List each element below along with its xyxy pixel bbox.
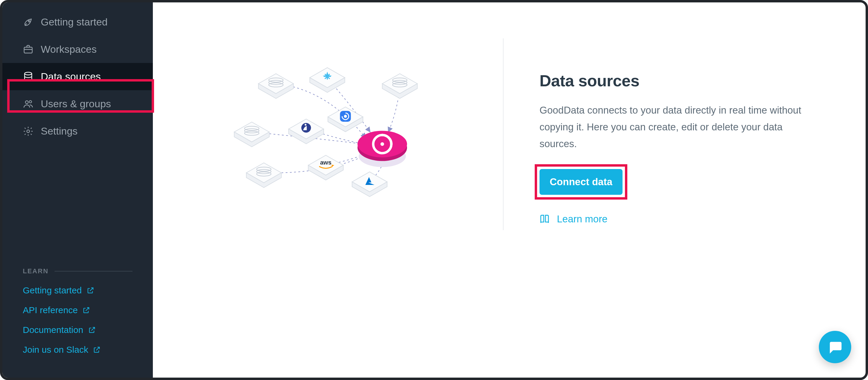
svg-text:aws: aws — [320, 159, 332, 166]
page-description: GoodData connects to your data directly … — [539, 102, 803, 152]
sidebar: Getting started Workspaces Data sources — [2, 2, 153, 378]
sidebar-item-users-groups[interactable]: Users & groups — [2, 90, 153, 118]
external-link-icon — [88, 326, 96, 334]
rocket-icon — [23, 17, 34, 28]
sidebar-item-data-sources[interactable]: Data sources — [2, 63, 153, 90]
data-sources-panel: Data sources GoodData connects to your d… — [528, 38, 842, 225]
vertical-divider — [503, 38, 503, 230]
learn-link-api-reference[interactable]: API reference — [23, 300, 132, 320]
svg-point-12 — [344, 115, 347, 118]
briefcase-icon — [23, 44, 34, 55]
svg-point-3 — [26, 101, 29, 104]
page-title: Data sources — [539, 71, 842, 90]
connect-data-button[interactable]: Connect data — [539, 169, 622, 195]
learn-link-label: Join us on Slack — [23, 345, 88, 355]
learn-more-link[interactable]: Learn more — [539, 213, 842, 225]
chat-button[interactable] — [819, 331, 851, 363]
external-link-icon — [87, 286, 94, 294]
sidebar-item-label: Settings — [41, 125, 78, 137]
learn-link-getting-started[interactable]: Getting started — [23, 281, 132, 300]
learn-link-slack[interactable]: Join us on Slack — [23, 340, 132, 360]
learn-link-label: Documentation — [23, 325, 83, 335]
svg-rect-1 — [24, 47, 32, 53]
sidebar-item-label: Users & groups — [41, 98, 111, 110]
gooddata-hub-icon — [358, 131, 407, 167]
sidebar-item-label: Data sources — [41, 71, 101, 83]
chat-icon — [827, 339, 843, 355]
svg-point-18 — [380, 142, 384, 146]
book-icon — [539, 214, 550, 224]
svg-point-0 — [29, 20, 30, 22]
learn-section: LEARN Getting started API reference Docu… — [2, 262, 153, 378]
learn-link-documentation[interactable]: Documentation — [23, 320, 132, 340]
sidebar-nav: Getting started Workspaces Data sources — [2, 2, 153, 151]
svg-point-2 — [25, 72, 32, 75]
external-link-icon — [83, 306, 90, 314]
main-content: aws — [153, 2, 866, 378]
database-icon — [23, 71, 34, 82]
learn-header-label: LEARN — [23, 267, 49, 275]
sidebar-item-label: Workspaces — [41, 43, 96, 55]
svg-point-10 — [305, 124, 306, 126]
sidebar-item-settings[interactable]: Settings — [2, 118, 153, 145]
svg-point-5 — [27, 130, 30, 132]
learn-link-label: Getting started — [23, 285, 82, 295]
users-icon — [23, 99, 34, 109]
sidebar-item-workspaces[interactable]: Workspaces — [2, 36, 153, 63]
divider-line — [55, 271, 132, 272]
gear-icon — [23, 126, 34, 137]
svg-point-4 — [29, 100, 32, 103]
data-sources-illustration: aws — [177, 38, 479, 250]
external-link-icon — [93, 346, 101, 354]
learn-header: LEARN — [23, 262, 132, 281]
learn-link-label: API reference — [23, 305, 78, 315]
learn-more-label: Learn more — [557, 213, 608, 225]
sidebar-item-label: Getting started — [41, 16, 107, 28]
sidebar-item-getting-started[interactable]: Getting started — [2, 8, 153, 36]
